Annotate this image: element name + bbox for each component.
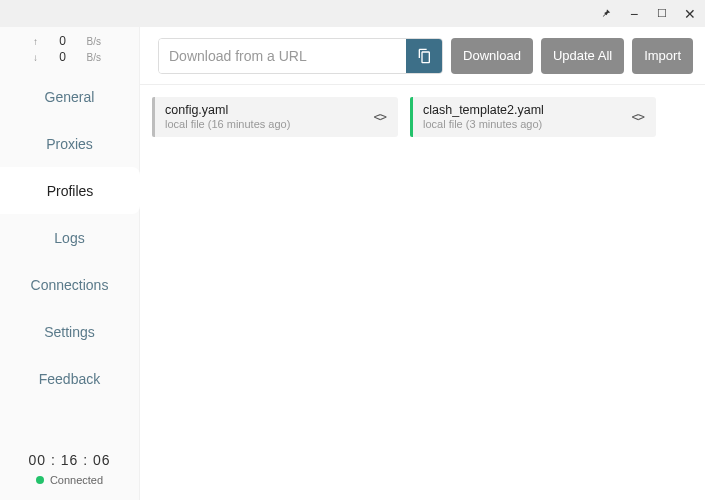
titlebar: − ☐ ✕ [0, 0, 705, 27]
sidebar: ↑ 0 B/s ↓ 0 B/s General Proxies Profiles… [0, 27, 140, 500]
nav-settings[interactable]: Settings [0, 308, 139, 355]
toolbar: Download Update All Import [140, 27, 705, 85]
profile-card[interactable]: config.yaml local file (16 minutes ago) … [152, 97, 398, 137]
paste-button[interactable] [406, 39, 442, 73]
connection-status: Connected [36, 474, 103, 486]
nav-proxies[interactable]: Proxies [0, 120, 139, 167]
close-button[interactable]: ✕ [681, 5, 699, 23]
clipboard-icon [416, 48, 432, 64]
profile-meta: local file (3 minutes ago) [423, 118, 628, 131]
download-unit: B/s [87, 52, 107, 63]
update-all-button[interactable]: Update All [541, 38, 624, 74]
traffic-panel: ↑ 0 B/s ↓ 0 B/s [0, 27, 139, 73]
status-label: Connected [50, 474, 103, 486]
upload-arrow-icon: ↑ [33, 36, 39, 47]
profile-card[interactable]: clash_template2.yaml local file (3 minut… [410, 97, 656, 137]
upload-unit: B/s [87, 36, 107, 47]
import-button[interactable]: Import [632, 38, 693, 74]
maximize-button[interactable]: ☐ [653, 5, 671, 23]
sidebar-footer: 00 : 16 : 06 Connected [0, 442, 139, 500]
profile-meta: local file (16 minutes ago) [165, 118, 370, 131]
profile-name: config.yaml [165, 103, 370, 118]
url-input-group [158, 38, 443, 74]
code-icon[interactable]: <> [370, 110, 390, 124]
profile-name: clash_template2.yaml [423, 103, 628, 118]
nav-connections[interactable]: Connections [0, 261, 139, 308]
nav-logs[interactable]: Logs [0, 214, 139, 261]
nav-general[interactable]: General [0, 73, 139, 120]
content: Download Update All Import config.yaml l… [140, 27, 705, 500]
pin-icon[interactable] [597, 5, 615, 23]
code-icon[interactable]: <> [628, 110, 648, 124]
uptime-timer: 00 : 16 : 06 [28, 452, 110, 468]
status-dot-icon [36, 476, 44, 484]
upload-value: 0 [53, 34, 73, 48]
download-arrow-icon: ↓ [33, 52, 39, 63]
download-button[interactable]: Download [451, 38, 533, 74]
download-value: 0 [53, 50, 73, 64]
minimize-button[interactable]: − [625, 5, 643, 23]
nav: General Proxies Profiles Logs Connection… [0, 73, 139, 442]
nav-feedback[interactable]: Feedback [0, 355, 139, 402]
nav-profiles[interactable]: Profiles [0, 167, 140, 214]
url-input[interactable] [159, 39, 406, 73]
profiles-list: config.yaml local file (16 minutes ago) … [140, 85, 705, 149]
